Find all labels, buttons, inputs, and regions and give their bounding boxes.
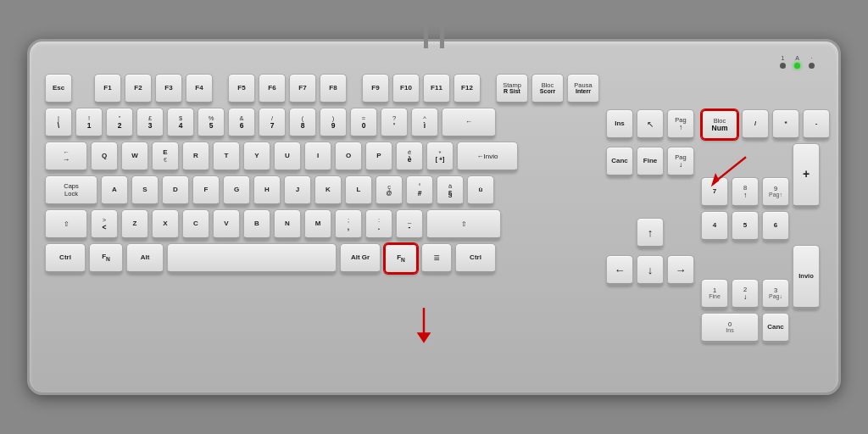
key-numpad-6[interactable]: 6 (762, 211, 789, 242)
key-arrow-up[interactable]: ↑ (637, 218, 664, 248)
key-numpad-8[interactable]: 8↑ (732, 177, 759, 208)
key-canc[interactable]: Canc (606, 147, 633, 177)
key-a[interactable]: A (101, 175, 128, 206)
key-m[interactable]: M (304, 209, 331, 240)
key-f12[interactable]: F12 (453, 74, 481, 104)
key-fn-left[interactable]: FN (89, 243, 123, 274)
key-numpad-slash[interactable]: / (742, 109, 769, 140)
key-l[interactable]: L (345, 175, 372, 206)
key-numpad-enter[interactable]: Invio (793, 245, 820, 309)
key-c[interactable]: C (182, 209, 209, 240)
key-o[interactable]: O (335, 142, 362, 172)
key-f9[interactable]: F9 (362, 74, 389, 104)
key-comma[interactable]: ;, (335, 209, 362, 240)
key-shift-left[interactable]: ⇧ (45, 209, 87, 240)
key-1[interactable]: !1 (75, 108, 103, 138)
key-period[interactable]: :. (365, 209, 392, 240)
key-b[interactable]: B (243, 209, 270, 240)
key-f[interactable]: F (192, 175, 220, 206)
key-k[interactable]: K (314, 175, 342, 206)
key-j[interactable]: J (284, 175, 311, 206)
key-ctrl-left[interactable]: Ctrl (45, 243, 86, 274)
key-7[interactable]: /7 (259, 108, 286, 138)
key-tab[interactable]: ←→ (45, 142, 87, 172)
key-enter[interactable]: ←Invio (457, 142, 518, 172)
key-bloc-num[interactable]: BlocNum (701, 109, 738, 140)
key-e[interactable]: E€ (152, 142, 179, 172)
key-n[interactable]: N (274, 209, 301, 240)
key-menu[interactable]: ≡ (421, 243, 452, 274)
key-numpad-1[interactable]: 1Fine (701, 279, 728, 309)
key-cedilla[interactable]: ç@ (376, 175, 403, 206)
key-minus[interactable]: _- (396, 209, 423, 240)
key-numpad-5[interactable]: 5 (732, 211, 759, 242)
key-gt[interactable]: >< (91, 209, 118, 240)
key-numpad-2[interactable]: 2↓ (732, 279, 759, 309)
key-f3[interactable]: F3 (155, 74, 182, 104)
key-f8[interactable]: F8 (320, 74, 347, 104)
key-6[interactable]: &6 (228, 108, 255, 138)
key-altgr[interactable]: Alt Gr (340, 243, 381, 274)
key-pgdn[interactable]: Pag↓ (667, 147, 694, 177)
key-numpad-7[interactable]: 7 (701, 177, 728, 208)
key-g[interactable]: G (223, 175, 250, 206)
key-t[interactable]: T (213, 142, 240, 172)
key-y[interactable]: Y (243, 142, 270, 172)
key-p[interactable]: P (365, 142, 392, 172)
key-apostrophe[interactable]: ?' (381, 108, 408, 138)
key-backspace[interactable]: ← (442, 108, 496, 138)
key-arrow-left[interactable]: ← (606, 255, 633, 286)
key-stamp[interactable]: StampR Sist (496, 74, 528, 104)
key-9[interactable]: )9 (320, 108, 347, 138)
key-bracket[interactable]: *[ +] (426, 142, 453, 172)
key-pgup[interactable]: Pag↑ (667, 109, 694, 140)
key-degree[interactable]: °# (406, 175, 433, 206)
key-ctrl-right[interactable]: Ctrl (455, 243, 496, 274)
key-bloc-scorr[interactable]: BlocScorr (531, 74, 564, 104)
key-w[interactable]: W (121, 142, 148, 172)
key-numpad-canc[interactable]: Canc (762, 313, 789, 343)
key-d[interactable]: D (162, 175, 189, 206)
key-ugrave[interactable]: ù (467, 175, 494, 206)
key-2[interactable]: "2 (106, 108, 133, 138)
key-numpad-4[interactable]: 4 (701, 211, 728, 242)
key-f2[interactable]: F2 (125, 74, 152, 104)
key-numpad-9[interactable]: 9Pag↑ (762, 177, 789, 208)
key-x[interactable]: X (152, 209, 179, 240)
key-f6[interactable]: F6 (259, 74, 286, 104)
key-i[interactable]: I (304, 142, 331, 172)
key-esc[interactable]: Esc (45, 74, 72, 104)
key-3[interactable]: £3 (136, 108, 164, 138)
key-ins[interactable]: Ins (606, 109, 633, 140)
key-numpad-0[interactable]: 0Ins (701, 313, 759, 343)
key-fine[interactable]: Fine (637, 147, 664, 177)
key-agrave[interactable]: à§ (437, 175, 464, 206)
key-4[interactable]: $4 (167, 108, 194, 138)
key-e-accent[interactable]: éè (396, 142, 423, 172)
key-f7[interactable]: F7 (289, 74, 316, 104)
key-numpad-3[interactable]: 3Pag↓ (762, 279, 789, 309)
key-spacebar[interactable] (167, 243, 337, 274)
key-caret[interactable]: ^ì (411, 108, 438, 138)
key-r[interactable]: R (182, 142, 209, 172)
key-5[interactable]: %5 (198, 108, 225, 138)
key-s[interactable]: S (131, 175, 159, 206)
key-v[interactable]: V (213, 209, 240, 240)
key-numpad-minus[interactable]: - (803, 109, 830, 140)
key-f11[interactable]: F11 (423, 74, 450, 104)
key-arrow-right[interactable]: → (667, 255, 694, 286)
key-fn-right[interactable]: FN (384, 243, 418, 274)
key-numpad-star[interactable]: * (772, 109, 799, 140)
key-alt-left[interactable]: Alt (126, 243, 164, 274)
key-backslash[interactable]: |\ (45, 108, 72, 138)
key-h[interactable]: H (253, 175, 281, 206)
key-z[interactable]: Z (121, 209, 148, 240)
key-f5[interactable]: F5 (228, 74, 255, 104)
key-f1[interactable]: F1 (94, 74, 121, 104)
key-f10[interactable]: F10 (392, 74, 420, 104)
key-arrow-down[interactable]: ↓ (637, 255, 664, 286)
key-numpad-plus[interactable]: + (793, 143, 820, 208)
key-home[interactable]: ↖ (637, 109, 664, 140)
key-pausa[interactable]: PausaInterr (567, 74, 599, 104)
key-f4[interactable]: F4 (186, 74, 213, 104)
